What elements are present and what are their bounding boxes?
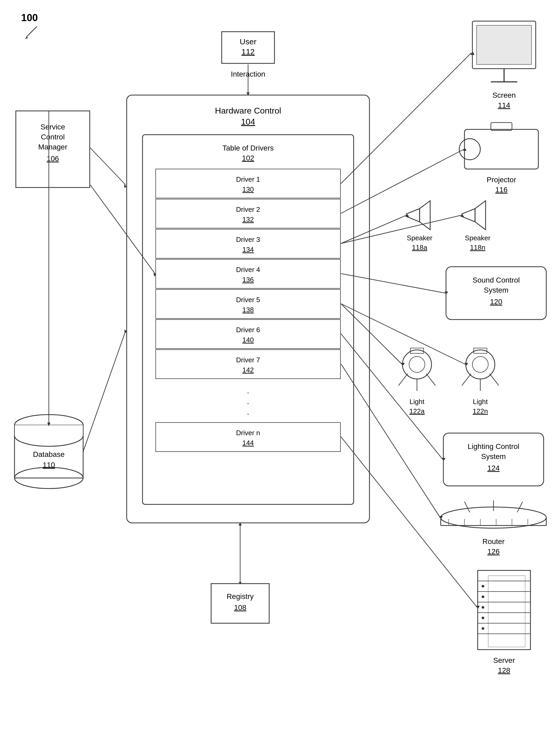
sound-control-number: 120 <box>490 297 502 306</box>
projector-body <box>465 129 538 169</box>
driver3-number: 134 <box>242 246 254 254</box>
driver6-label: Driver 6 <box>236 326 260 334</box>
speaker-n-cone <box>462 209 475 222</box>
driver2-box <box>156 199 340 228</box>
driver5-number: 138 <box>242 306 254 314</box>
driver1-number: 130 <box>242 185 254 193</box>
driver6-number: 140 <box>242 336 254 344</box>
diagram-svg: 100 User 112 Interaction Service Control… <box>0 0 560 741</box>
server-dot4 <box>482 617 484 619</box>
driver1-box <box>156 169 340 198</box>
diagram: 100 User 112 Interaction Service Control… <box>0 0 560 741</box>
arrow-d3-speakera <box>341 215 406 244</box>
driver7-box <box>156 350 340 379</box>
projector-number: 116 <box>495 186 508 194</box>
scm-label-3: Manager <box>38 143 68 151</box>
server-dot3 <box>482 606 484 609</box>
db-ellipse-cover <box>15 425 83 436</box>
server-face <box>488 576 525 647</box>
driver2-number: 132 <box>242 215 254 223</box>
screen-number: 114 <box>498 101 510 109</box>
tod-number: 102 <box>242 154 254 162</box>
arrow-d1-screen <box>341 53 471 184</box>
router-ant1 <box>465 502 470 512</box>
driver3-label: Driver 3 <box>236 235 260 244</box>
driver7-label: Driver 7 <box>236 356 260 364</box>
driver5-box <box>156 289 340 319</box>
speaker-a-cone <box>406 209 420 222</box>
dots2: . <box>247 397 249 406</box>
screen-display <box>477 25 532 64</box>
server-dot5 <box>482 627 484 630</box>
drivern-number: 144 <box>242 439 254 447</box>
svg-line-6 <box>90 185 155 274</box>
driver4-label: Driver 4 <box>236 266 260 274</box>
speaker-a-body <box>420 201 430 230</box>
screen-label: Screen <box>492 91 516 99</box>
scm-label-2: Control <box>41 133 65 141</box>
light-n-ray3 <box>489 374 499 386</box>
svg-line-10 <box>83 330 126 452</box>
arrow-d7-router <box>341 364 440 518</box>
server-body <box>478 570 531 650</box>
drivern-box <box>156 422 340 452</box>
user-label: User <box>240 37 256 46</box>
speaker-a-label: Speaker <box>407 234 432 242</box>
scm-label-1: Service <box>41 123 65 131</box>
svg-line-4 <box>90 148 126 185</box>
arrow-d4-sound <box>341 274 446 293</box>
sound-control-label2: System <box>484 286 508 294</box>
router-number: 126 <box>487 547 500 556</box>
server-number: 128 <box>498 666 510 674</box>
router-ant3 <box>517 502 523 512</box>
driver1-label: Driver 1 <box>236 175 260 183</box>
arrow-d5-lightn <box>341 304 466 364</box>
drivern-label: Driver n <box>236 429 260 437</box>
router-label: Router <box>482 537 504 546</box>
db-arc <box>14 436 83 446</box>
hw-control-number: 104 <box>241 117 255 127</box>
db-number: 110 <box>43 461 55 469</box>
speaker-n-body <box>475 201 486 230</box>
arrow-d2-projector <box>341 149 464 213</box>
arrow-d5-lighta <box>341 304 402 364</box>
lighting-control-label1: Lighting Control <box>468 442 519 451</box>
speaker-n-label: Speaker <box>465 234 491 242</box>
fig-number: 100 <box>21 12 38 23</box>
server-label: Server <box>493 656 515 664</box>
light-n-number: 122n <box>473 407 488 415</box>
driver5-label: Driver 5 <box>236 296 260 304</box>
registry-label: Registry <box>227 592 254 601</box>
driver7-number: 142 <box>242 366 254 374</box>
dots3: . <box>247 407 249 416</box>
arrow-d6-lighting <box>341 334 443 460</box>
speaker-a-number: 118a <box>412 244 427 251</box>
svg-line-0 <box>26 26 37 37</box>
scm-number: 106 <box>47 154 59 163</box>
driver4-number: 136 <box>242 276 254 284</box>
driver6-box <box>156 320 340 349</box>
lighting-control-label2: System <box>481 452 506 461</box>
arrow-dn-server <box>341 437 477 607</box>
server-dot1 <box>482 585 484 588</box>
lighting-control-number: 124 <box>487 464 500 472</box>
light-a-ray3 <box>426 374 435 386</box>
driver3-box <box>156 229 340 258</box>
light-a-number: 122a <box>409 407 425 415</box>
light-n-inner <box>472 356 488 373</box>
arrow-d3-speakern <box>341 215 461 244</box>
light-a-inner <box>409 356 425 373</box>
server-dot2 <box>482 596 484 598</box>
light-n-ray1 <box>462 374 471 386</box>
driver4-box <box>156 259 340 288</box>
tod-label: Table of Drivers <box>223 144 274 152</box>
sound-control-label1: Sound Control <box>472 276 519 284</box>
speaker-n-number: 118n <box>470 244 485 251</box>
projector-lens <box>459 139 480 160</box>
light-a-label: Light <box>410 398 425 406</box>
svg-marker-1 <box>25 37 28 39</box>
registry-number: 108 <box>234 603 246 612</box>
dots: . <box>247 386 249 395</box>
user-number: 112 <box>241 47 255 56</box>
db-label: Database <box>33 450 65 459</box>
